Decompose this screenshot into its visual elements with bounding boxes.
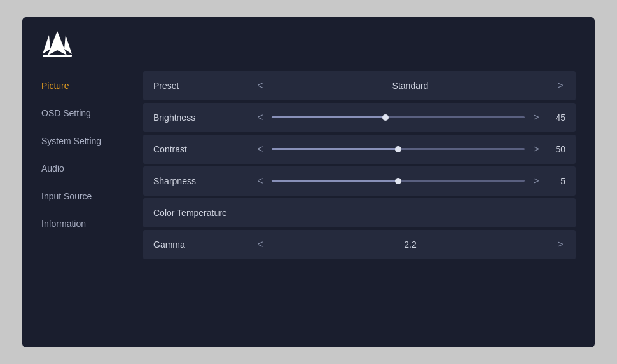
svg-marker-3 xyxy=(64,35,72,54)
preset-chevron-right[interactable]: > xyxy=(555,80,565,91)
contrast-row: Contrast < > 50 xyxy=(143,135,576,164)
brightness-chevron-right[interactable]: > xyxy=(531,112,541,123)
brightness-control: < > 45 xyxy=(255,112,565,123)
monitor-screen: Picture OSD Setting System Setting Audio… xyxy=(22,17,595,347)
gamma-value: 2.2 xyxy=(272,239,549,250)
color-temp-label: Color Temperature xyxy=(153,208,255,218)
corsair-logo xyxy=(41,30,73,58)
contrast-control: < > 50 xyxy=(255,144,565,155)
sidebar-item-system-setting[interactable]: System Setting xyxy=(41,128,143,156)
contrast-thumb[interactable] xyxy=(395,146,401,152)
brightness-value: 45 xyxy=(548,112,565,123)
svg-rect-4 xyxy=(43,55,72,57)
sharpness-control: < > 5 xyxy=(255,175,565,187)
logo-area xyxy=(41,30,576,58)
gamma-row: Gamma < 2.2 > xyxy=(143,230,576,259)
preset-control: < Standard > xyxy=(255,80,565,91)
gamma-label: Gamma xyxy=(153,239,255,250)
sharpness-thumb[interactable] xyxy=(395,178,401,184)
sharpness-chevron-right[interactable]: > xyxy=(531,175,541,187)
sidebar: Picture OSD Setting System Setting Audio… xyxy=(41,71,143,335)
main-content: Picture OSD Setting System Setting Audio… xyxy=(41,71,576,335)
sidebar-item-picture[interactable]: Picture xyxy=(41,72,143,100)
brightness-fill xyxy=(272,116,385,118)
sharpness-track xyxy=(272,180,525,182)
color-temp-row: Color Temperature xyxy=(143,198,576,227)
sidebar-item-audio[interactable]: Audio xyxy=(41,155,143,183)
gamma-control: < 2.2 > xyxy=(255,239,565,250)
brightness-thumb[interactable] xyxy=(382,114,389,121)
brightness-row: Brightness < > 45 xyxy=(143,103,576,132)
brightness-label: Brightness xyxy=(153,112,255,123)
preset-value: Standard xyxy=(272,81,549,91)
sidebar-item-information[interactable]: Information xyxy=(41,210,143,238)
contrast-fill xyxy=(272,148,398,150)
contrast-label: Contrast xyxy=(153,144,255,154)
contrast-chevron-left[interactable]: < xyxy=(255,144,265,155)
contrast-chevron-right[interactable]: > xyxy=(531,144,541,155)
sidebar-item-osd-setting[interactable]: OSD Setting xyxy=(41,100,143,128)
brightness-slider[interactable] xyxy=(272,116,525,118)
contrast-slider[interactable] xyxy=(272,148,525,150)
sharpness-value: 5 xyxy=(548,176,565,186)
contrast-track xyxy=(272,148,525,150)
preset-chevron-left[interactable]: < xyxy=(255,80,265,91)
brightness-track xyxy=(272,116,525,118)
brightness-chevron-left[interactable]: < xyxy=(255,112,265,123)
sharpness-label: Sharpness xyxy=(153,176,255,186)
preset-row: Preset < Standard > xyxy=(143,71,576,100)
sidebar-item-input-source[interactable]: Input Source xyxy=(41,183,143,211)
sharpness-fill xyxy=(272,180,398,182)
preset-label: Preset xyxy=(153,81,255,91)
sharpness-row: Sharpness < > 5 xyxy=(143,166,576,196)
gamma-chevron-right[interactable]: > xyxy=(555,239,565,250)
gamma-chevron-left[interactable]: < xyxy=(255,239,265,250)
sharpness-slider[interactable] xyxy=(272,180,525,182)
sharpness-chevron-left[interactable]: < xyxy=(255,175,265,187)
contrast-value: 50 xyxy=(548,144,565,154)
content-area: Preset < Standard > Brightness < xyxy=(143,71,576,335)
svg-marker-2 xyxy=(43,35,50,54)
